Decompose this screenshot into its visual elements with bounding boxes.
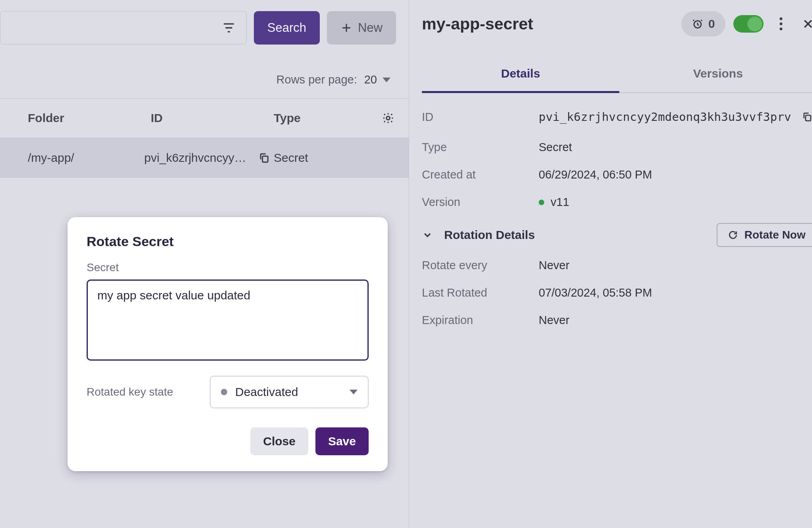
state-dot-icon — [221, 389, 227, 395]
rotate-secret-dialog: Rotate Secret Secret Rotated key state D… — [68, 217, 388, 471]
rotated-state-value: Deactivated — [235, 385, 298, 399]
modal-save-button[interactable]: Save — [315, 427, 369, 455]
modal-save-label: Save — [328, 435, 356, 448]
rotated-state-label: Rotated key state — [87, 386, 198, 398]
modal-backdrop: Rotate Secret Secret Rotated key state D… — [0, 0, 812, 528]
secret-field-label: Secret — [87, 261, 369, 274]
modal-close-label: Close — [263, 435, 296, 448]
modal-title: Rotate Secret — [87, 234, 369, 249]
caret-down-icon — [350, 390, 358, 394]
secret-textarea[interactable] — [87, 280, 369, 361]
modal-close-button[interactable]: Close — [250, 427, 308, 455]
rotated-state-select[interactable]: Deactivated — [210, 376, 369, 408]
